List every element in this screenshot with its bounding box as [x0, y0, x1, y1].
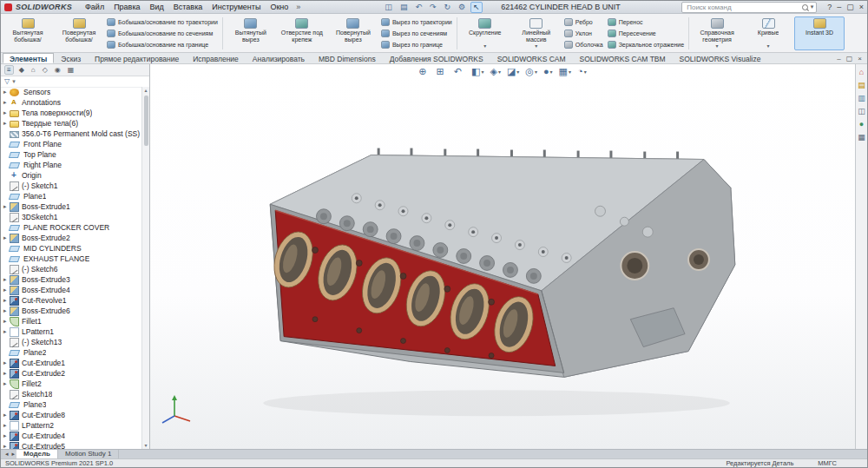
select-tool-icon[interactable]: ↖: [470, 2, 483, 13]
displaymanager-tab-icon[interactable]: ◉: [53, 66, 62, 74]
graphics-area[interactable]: ⊕ ▾ ⊞ ▾ ↶ ▾ ◧ ▾ ◈ ▾ ◪ ▾ ◎: [150, 64, 855, 449]
tree-item[interactable]: ▸ (-) Sketch13: [1, 337, 141, 347]
close-button[interactable]: ×: [859, 2, 864, 12]
tree-item[interactable]: ▸ Fillet1: [1, 316, 141, 326]
design-library-icon[interactable]: ▤: [858, 81, 865, 90]
tree-item[interactable]: ▸ Cut-Extrude2: [1, 368, 141, 379]
expand-arrow-icon[interactable]: ▸: [3, 410, 10, 420]
tree-item[interactable]: ▸ Cut-Extrude8: [1, 410, 141, 420]
tree-item[interactable]: ▸ Origin: [1, 170, 141, 181]
undo-icon[interactable]: ↶: [412, 2, 424, 13]
menu-view[interactable]: Вид: [146, 3, 168, 11]
tree-item[interactable]: ▸ 3DSketch1: [1, 212, 141, 222]
view-settings-icon[interactable]: ◔ ▾: [577, 66, 587, 77]
expand-arrow-icon[interactable]: ▸: [3, 201, 10, 212]
expand-arrow-icon[interactable]: ▸: [3, 379, 10, 389]
tree-item[interactable]: ▸ Boss-Extrude4: [1, 285, 141, 295]
intersect-button[interactable]: Пересечение: [606, 29, 686, 39]
tab-solidworks-addins[interactable]: Добавления SOLIDWORKS: [383, 53, 490, 63]
tree-item[interactable]: ▸ Annotations: [1, 97, 141, 108]
search-input[interactable]: [685, 3, 799, 12]
close-doc-icon[interactable]: ×: [858, 55, 862, 63]
draft-button[interactable]: Уклон: [562, 29, 605, 39]
configurationmanager-tab-icon[interactable]: ⌂: [30, 66, 37, 74]
fillet-button[interactable]: Скругление ▾: [460, 16, 510, 50]
tab-scroll-left-icon[interactable]: ◂: [3, 450, 10, 458]
solidworks-resources-icon[interactable]: ⌂: [859, 68, 864, 77]
restore-button[interactable]: ▢: [846, 2, 854, 12]
tree-item[interactable]: ▸ Right Plane: [1, 160, 141, 170]
tree-item[interactable]: ▸ Top Plane: [1, 149, 141, 160]
tree-item[interactable]: ▸ Cut-Extrude4: [1, 431, 141, 441]
units-selector[interactable]: ММГС: [818, 459, 837, 467]
tree-item[interactable]: ▸ Cut-Extrude1: [1, 358, 141, 368]
tree-item[interactable]: ▸ Твердые тела(6): [1, 118, 141, 129]
tab-mbd-dimensions[interactable]: MBD Dimensions: [312, 53, 383, 63]
tree-item[interactable]: ▸ 356.0-T6 Permanent Mold cast (SS): [1, 129, 141, 139]
previous-view-icon[interactable]: ↶ ▾: [454, 66, 465, 77]
tree-item[interactable]: ▸ Fillet2: [1, 379, 141, 389]
redo-icon[interactable]: ↷: [427, 2, 439, 13]
model-tab[interactable]: Модель: [16, 450, 58, 458]
edit-appearance-icon[interactable]: ● ▾: [543, 66, 553, 77]
propertymanager-tab-icon[interactable]: ◆: [17, 66, 26, 74]
mirror-button[interactable]: Зеркальное отражение: [606, 40, 686, 50]
tree-item[interactable]: ▸ PLANE ROCKER COVER: [1, 222, 141, 233]
tree-item[interactable]: ▸ Front Plane: [1, 139, 141, 149]
expand-arrow-icon[interactable]: ▸: [3, 285, 10, 295]
tree-item[interactable]: ▸ Boss-Extrude6: [1, 306, 141, 316]
tree-item[interactable]: ▸ LPattern2: [1, 420, 141, 431]
tree-item[interactable]: ▸ MID CYLINDERS: [1, 243, 141, 254]
motion-study-tab[interactable]: Motion Study 1: [58, 450, 119, 458]
extruded-boss-base-button[interactable]: Вытянутая бобышка/основание ▾: [3, 16, 53, 50]
tree-item[interactable]: ▸ Тела поверхности(9): [1, 108, 141, 118]
scroll-thumb[interactable]: [144, 96, 148, 146]
menu-window[interactable]: Окно: [266, 3, 293, 11]
expand-arrow-icon[interactable]: ▸: [3, 233, 10, 243]
hide-show-icon[interactable]: ◎ ▾: [525, 66, 537, 77]
dimxpertmanager-tab-icon[interactable]: ◇: [41, 66, 49, 74]
boundary-boss-base-button[interactable]: Бобышка/основание на границе: [105, 40, 220, 50]
hole-wizard-button[interactable]: Отверстие под крепеж ▾: [277, 16, 327, 50]
menu-tools[interactable]: Инструменты: [207, 3, 265, 11]
expand-arrow-icon[interactable]: ▸: [3, 295, 10, 306]
menu-edit[interactable]: Правка: [109, 3, 144, 11]
linear-pattern-button[interactable]: Линейный массив ▾: [511, 16, 562, 50]
expand-arrow-icon[interactable]: ▸: [3, 306, 10, 316]
wrap-button[interactable]: Перенос: [606, 17, 686, 28]
tree-item[interactable]: ▸ (-) Sketch6: [1, 264, 141, 274]
expand-arrow-icon[interactable]: ▸: [3, 326, 10, 337]
tree-item[interactable]: ▸ Sensors: [1, 87, 141, 97]
lofted-boss-base-button[interactable]: Бобышка/основание по сечениям: [105, 29, 220, 39]
view-palette-icon[interactable]: ◫: [858, 107, 865, 116]
tree-item[interactable]: ▸ Plane3: [1, 399, 141, 410]
restore-doc-icon[interactable]: ▢: [846, 55, 853, 63]
zoom-area-icon[interactable]: ⊞ ▾: [437, 66, 448, 77]
tab-solidworks-cam-tbm[interactable]: SOLIDWORKS CAM TBM: [573, 53, 673, 63]
featuremanager-tab-icon[interactable]: ≡: [4, 65, 14, 75]
tab-direct-editing[interactable]: Прямое редактирование: [88, 53, 186, 63]
file-explorer-icon[interactable]: ▥: [858, 94, 865, 103]
tree-item[interactable]: ▸ Boss-Extrude2: [1, 233, 141, 243]
menu-insert[interactable]: Вставка: [169, 3, 207, 11]
tree-item[interactable]: ▸ Cut-Revolve1: [1, 295, 141, 306]
tree-item[interactable]: ▸ Sketch18: [1, 389, 141, 399]
tree-item[interactable]: ▸ Cut-Extrude5: [1, 441, 141, 449]
expand-arrow-icon[interactable]: ▸: [3, 97, 10, 108]
save-icon[interactable]: ◫: [382, 2, 395, 13]
zoom-fit-icon[interactable]: ⊕ ▾: [418, 66, 430, 77]
scroll-down-icon[interactable]: ▾: [144, 442, 147, 449]
cylinder-head-model[interactable]: [150, 64, 855, 449]
expand-arrow-icon[interactable]: ▸: [3, 108, 10, 118]
expand-arrow-icon[interactable]: ▸: [3, 118, 10, 129]
print-icon[interactable]: ▤: [398, 2, 411, 13]
filter-icon[interactable]: ▽: [4, 77, 10, 86]
expand-arrow-icon[interactable]: ▸: [3, 368, 10, 379]
expand-arrow-icon[interactable]: ▸: [3, 358, 10, 368]
revolved-boss-base-button[interactable]: Повернутая бобышка/основание ▾: [54, 16, 104, 50]
extruded-cut-button[interactable]: Вытянутый вырез ▾: [226, 16, 276, 50]
shell-button[interactable]: Оболочка: [562, 40, 605, 50]
tab-solidworks-cam[interactable]: SOLIDWORKS CAM: [490, 53, 573, 63]
boundary-cut-button[interactable]: Вырез по границе: [379, 40, 454, 50]
reference-geometry-button[interactable]: Справочная геометрия ▾: [692, 16, 742, 50]
